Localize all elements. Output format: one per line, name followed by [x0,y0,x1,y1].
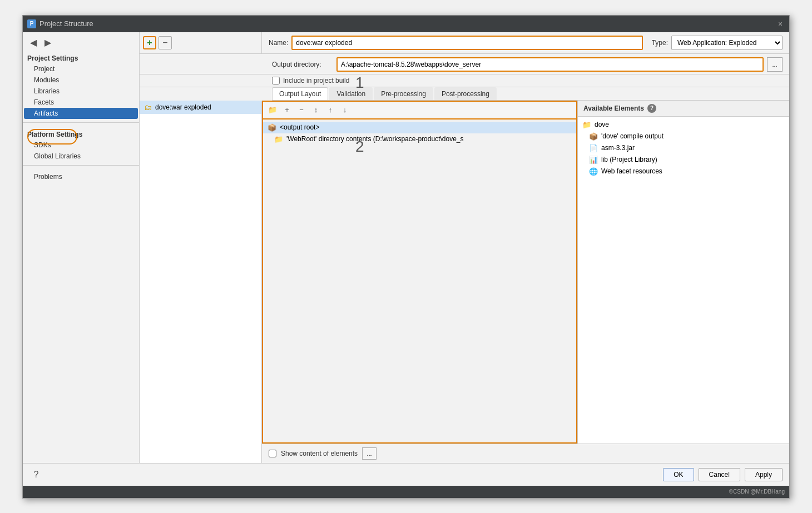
show-content-btn[interactable]: ... [362,447,377,460]
split-area: 🗂 dove:war exploded 1 2 [140,101,789,463]
name-label: Name: [269,39,288,47]
artifact-icon-0: 🗂 [144,103,152,112]
output-toolbar: 📁 + − ↕ ↑ ↓ [262,101,577,119]
dialog-title: Project Structure [39,19,93,28]
tree-label-0: <output root> [280,123,319,131]
sidebar-item-libraries[interactable]: Libraries [23,86,139,97]
tab-validation[interactable]: Validation [329,87,373,100]
available-header: Available Elements ? [578,101,789,117]
tree-icon-1: 📁 [274,135,283,143]
main-content: ◀ ▶ Project Settings Project Modules Lib… [23,32,789,463]
apply-button[interactable]: Apply [745,468,783,481]
sidebar-item-project[interactable]: Project [23,63,139,74]
avail-icon-2: 📄 [589,144,598,152]
avail-label-3: lib (Project Library) [601,156,657,163]
forward-button[interactable]: ▶ [42,37,54,49]
show-content-checkbox[interactable] [269,450,276,457]
sidebar-item-artifacts[interactable]: Artifacts [24,108,138,119]
remove-artifact-button[interactable]: − [159,36,172,49]
outdir-input[interactable] [336,57,764,72]
add-artifact-button[interactable]: + [143,36,156,49]
avail-icon-4: 🌐 [589,167,598,176]
artifact-label-0: dove:war exploded [155,103,211,111]
right-panel: + − Name: Type: Web Application: Explode… [140,32,789,463]
platform-settings-heading: Platform Settings [23,128,139,140]
status-bar: ©CSDN @Mr.DBHang [23,486,789,498]
artifact-list: 🗂 dove:war exploded [140,101,261,463]
project-settings-heading: Project Settings [23,52,139,63]
include-checkbox[interactable] [272,77,280,84]
sidebar-item-sdks[interactable]: SDKs [23,140,139,151]
avail-item-0[interactable]: 📁 dove [578,119,789,131]
outdir-label: Output directory: [272,61,333,68]
avail-label-1: 'dove' compile output [601,132,664,140]
help-button[interactable]: ? [29,468,43,481]
type-label: Type: [652,39,668,47]
type-select[interactable]: Web Application: Exploded [671,36,783,50]
sidebar-item-problems[interactable]: Problems [23,171,139,182]
tab-post-processing[interactable]: Post-processing [434,87,497,100]
avail-icon-3: 📊 [589,156,598,164]
avail-item-3[interactable]: 📊 lib (Project Library) [578,154,789,166]
out-btn-folder[interactable]: 📁 [266,104,279,116]
sidebar-item-global-libraries[interactable]: Global Libraries [23,151,139,162]
tab-output-layout[interactable]: Output Layout [272,87,328,100]
out-btn-down[interactable]: ↓ [339,104,351,116]
app-icon: P [27,19,36,28]
artifact-list-panel: 🗂 dove:war exploded [140,101,262,463]
sidebar-nav: ◀ ▶ [23,36,139,50]
sidebar-item-modules[interactable]: Modules [23,74,139,86]
footer: ? OK Cancel Apply [23,463,789,486]
project-structure-dialog: P Project Structure × ◀ ▶ Project Settin… [22,15,790,499]
output-tree-panel: 📁 + − ↕ ↑ ↓ 📦 < [262,101,578,444]
tab-pre-processing[interactable]: Pre-processing [374,87,433,100]
out-btn-sort[interactable]: ↕ [310,104,322,116]
sidebar: ◀ ▶ Project Settings Project Modules Lib… [23,32,140,463]
sidebar-item-facets[interactable]: Facets [23,97,139,108]
output-bottom: Show content of elements ... [262,444,789,463]
cancel-button[interactable]: Cancel [699,468,740,481]
tree-item-0[interactable]: 📦 <output root> [263,122,576,133]
status-text: ©CSDN @Mr.DBHang [729,489,785,495]
tree-label-1: 'WebRoot' directory contents (D:\workspa… [286,135,464,143]
back-button[interactable]: ◀ [27,37,39,49]
include-label: Include in project build [283,77,349,84]
avail-icon-0: 📁 [582,121,591,129]
out-btn-remove[interactable]: − [295,104,308,116]
available-help-icon[interactable]: ? [647,104,656,113]
browse-button[interactable]: ... [767,57,783,72]
close-button[interactable]: × [776,19,785,28]
title-bar-left: P Project Structure [27,19,93,28]
available-title: Available Elements [583,104,644,112]
avail-item-4[interactable]: 🌐 Web facet resources [578,166,789,177]
out-btn-up[interactable]: ↑ [324,104,336,116]
available-panel: Available Elements ? 📁 dove 📦 [578,101,789,444]
avail-label-2: asm-3.3.jar [601,144,635,152]
output-layout-area: 📁 + − ↕ ↑ ↓ 📦 < [262,101,789,444]
title-bar: P Project Structure × [23,16,789,32]
avail-item-2[interactable]: 📄 asm-3.3.jar [578,142,789,154]
out-btn-add[interactable]: + [281,104,293,116]
output-tree: 📦 <output root> 📁 'WebRoot' directory co… [262,119,577,444]
tree-item-1[interactable]: 📁 'WebRoot' directory contents (D:\works… [263,133,576,145]
name-input[interactable] [291,36,642,50]
avail-icon-1: 📦 [589,132,598,141]
tree-icon-0: 📦 [268,123,276,132]
available-tree: 📁 dove 📦 'dove' compile output 📄 [578,117,789,444]
ok-button[interactable]: OK [663,468,694,481]
avail-item-1[interactable]: 📦 'dove' compile output [578,131,789,142]
avail-label-0: dove [595,121,609,128]
show-content-label: Show content of elements [281,450,358,457]
avail-label-4: Web facet resources [601,167,662,175]
artifact-item-0[interactable]: 🗂 dove:war exploded [140,101,261,114]
